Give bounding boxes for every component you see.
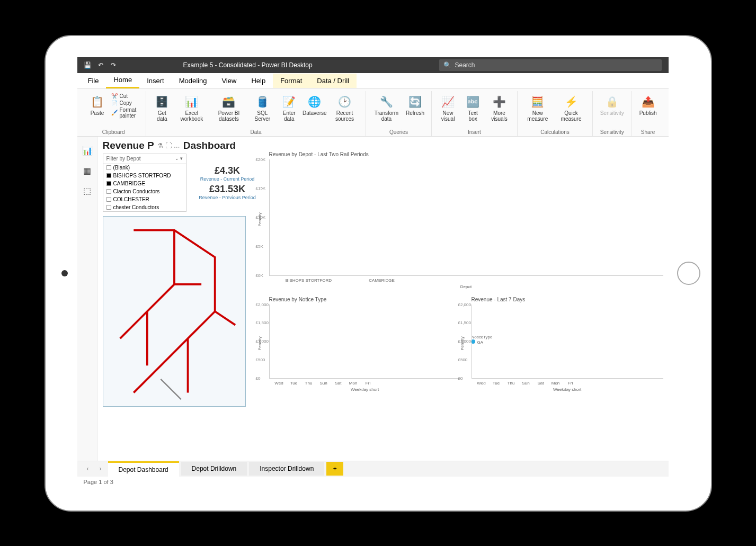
tab-depot-drilldown[interactable]: Depot Drilldown [181,462,247,476]
status-bar: Page 1 of 3 [77,477,669,489]
tab-depot-dashboard[interactable]: Depot Dashboard [108,461,179,477]
text-box-button[interactable]: 🔤Text box [463,93,484,123]
report-canvas[interactable]: Revenue P ⚗⛶… Dashboard Filter by Depot⌄… [97,137,669,461]
enterdata-icon: 📝 [282,94,297,109]
checkbox-icon [106,181,111,186]
textbox-icon: 🔤 [466,94,481,109]
visual-icon: 📈 [441,94,456,109]
paste-button[interactable]: 📋Paste [87,93,108,117]
search-icon: 🔍 [443,61,451,69]
menu-file[interactable]: File [81,74,106,88]
quick-measure-button[interactable]: ⚡Quick measure [555,93,586,123]
slicer-item[interactable]: COLCHESTER [103,195,186,203]
data-view-icon[interactable]: ▦ [77,161,97,181]
publish-icon: 📤 [641,94,655,109]
refresh-icon: 🔄 [408,94,423,109]
slicer-item[interactable]: CAMBRIDGE [103,180,186,187]
checkbox-icon [106,165,111,170]
dataverse-icon: 🌐 [307,94,322,109]
tab-prev-icon[interactable]: ‹ [83,465,93,472]
depot-slicer[interactable]: Filter by Depot⌄ ▾ (Blank)BISHOPS STORTF… [103,154,187,212]
filter-icon[interactable]: ⚗ [157,142,163,149]
cut-icon: ✂️ [111,93,118,99]
undo-icon[interactable]: ↶ [96,61,105,69]
new-measure-button[interactable]: 🧮New measure [523,93,552,123]
redo-icon[interactable]: ↷ [109,61,118,69]
measure-icon: 🧮 [530,94,545,109]
sql-icon: 🛢️ [255,94,270,109]
pbi-icon: 🗃️ [221,94,236,109]
more-visuals-button[interactable]: ➕More visuals [487,93,512,123]
add-page-button[interactable]: + [326,462,343,476]
transform-button[interactable]: 🔧Transform data [371,93,401,123]
search-input[interactable]: 🔍 Search [439,59,662,71]
excel-button[interactable]: 📊Excel workbook [176,93,208,123]
menu-modeling[interactable]: Modeling [172,74,215,88]
kpi-current: £4.3KRevenue - Current Period [200,165,255,182]
enter-data-button[interactable]: 📝Enter data [278,93,300,123]
menu-format[interactable]: Format [273,74,309,88]
dashboard-title: Revenue P ⚗⛶… Dashboard [103,140,663,151]
quickmeasure-icon: ⚡ [564,94,579,109]
sensitivity-icon: 🔒 [604,94,619,109]
chevron-down-icon[interactable]: ⌄ ▾ [175,156,183,162]
checkbox-icon [106,197,111,202]
checkbox-icon [106,205,111,210]
chart-revenue-depot[interactable]: Revenue by Depot - Last Two Rail Periods… [269,151,663,289]
recent-sources-button[interactable]: 🕑Recent sources [329,93,361,123]
window-title: Example 5 - Consolidated - Power BI Desk… [183,61,312,69]
morevisuals-icon: ➕ [492,94,506,109]
tablet-home-button[interactable] [677,262,700,285]
menu-help[interactable]: Help [244,74,273,88]
sql-button[interactable]: 🛢️SQL Server [250,93,275,123]
brush-icon: 🖌️ [111,110,118,115]
report-view-icon[interactable]: 📊 [77,141,97,161]
chart-last-7-days[interactable]: Revenue - Last 7 Days Penalty£0£500£1,00… [472,297,663,392]
dataverse-button[interactable]: 🌐Dataverse [304,93,326,117]
menu-view[interactable]: View [214,74,244,88]
page-tabs: ‹ › Depot Dashboard Depot Drilldown Insp… [77,461,669,477]
refresh-button[interactable]: 🔄Refresh [405,93,426,117]
slicer-item[interactable]: (Blank) [103,164,186,172]
checkbox-icon [106,173,111,178]
save-icon[interactable]: 💾 [84,61,92,69]
copy-button[interactable]: 📄Copy [111,100,140,106]
route-map[interactable] [103,216,246,407]
view-switcher: 📊 ▦ ⬚ [77,137,97,461]
menu-home[interactable]: Home [106,73,139,88]
chart-notice-type[interactable]: Revenue by Notice Type Penalty£0£500£1,0… [269,297,461,392]
menubar: File Home Insert Modeling View Help Form… [77,73,669,89]
menu-insert[interactable]: Insert [139,74,172,88]
format-painter-button[interactable]: 🖌️Format painter [111,107,140,119]
tab-inspector-drilldown[interactable]: Inspector Drilldown [249,462,324,476]
get-data-button[interactable]: 🗄️Get data [152,93,173,123]
tab-next-icon[interactable]: › [95,465,106,472]
slicer-item[interactable]: Clacton Conductors [103,187,186,195]
slicer-item[interactable]: BISHOPS STORTFORD [103,172,186,180]
paste-icon: 📋 [90,94,105,109]
focus-icon[interactable]: ⛶ [165,142,172,149]
recent-icon: 🕑 [337,94,352,109]
sensitivity-button[interactable]: 🔒Sensitivity [598,93,626,117]
pbi-datasets-button[interactable]: 🗃️Power BI datasets [211,93,247,123]
model-view-icon[interactable]: ⬚ [77,181,97,201]
publish-button[interactable]: 📤Publish [637,93,659,117]
titlebar: 💾 ↶ ↷ Example 5 - Consolidated - Power B… [77,57,669,73]
transform-icon: 🔧 [379,94,394,109]
new-visual-button[interactable]: 📈New visual [437,93,459,123]
kpi-previous: £31.53KRevenue - Previous Period [199,184,256,200]
checkbox-icon [106,189,111,194]
cut-button[interactable]: ✂️Cut [111,93,140,99]
slicer-item[interactable]: chester Conductors [103,203,186,211]
getdata-icon: 🗄️ [155,94,170,109]
copy-icon: 📄 [111,100,118,106]
menu-datadrill[interactable]: Data / Drill [309,74,357,88]
excel-icon: 📊 [184,94,199,109]
ribbon: 📋Paste ✂️Cut 📄Copy 🖌️Format painter Clip… [77,89,669,137]
